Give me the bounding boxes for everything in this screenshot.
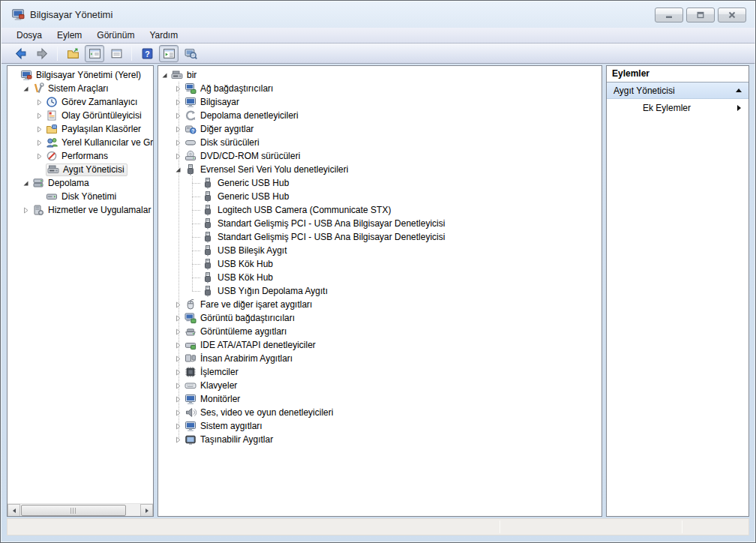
- tree-item-display-adapters[interactable]: Görüntü bağdaştırıcıları: [158, 311, 602, 325]
- back-button[interactable]: [10, 45, 30, 62]
- expander-collapsed-icon[interactable]: [175, 396, 182, 403]
- expander-collapsed-icon[interactable]: [175, 126, 182, 133]
- tree-item-ide-controllers[interactable]: IDE ATA/ATAPI denetleyiciler: [158, 338, 602, 352]
- tree-item-sound-controllers[interactable]: Ses, video ve oyun denetleyicileri: [158, 406, 602, 419]
- tree-item-system-tools[interactable]: Sistem Araçları: [8, 82, 153, 95]
- forward-button[interactable]: [32, 45, 52, 62]
- export-list-button[interactable]: [63, 45, 82, 62]
- expander-collapsed-icon[interactable]: [175, 369, 182, 376]
- tree-item-storage[interactable]: Depolama: [8, 176, 153, 190]
- expander-collapsed-icon[interactable]: [175, 328, 182, 335]
- tree-item-label: Taşınabilir Aygıtlar: [200, 434, 273, 445]
- tree-item-label: Disk sürücüleri: [200, 137, 260, 148]
- tree-item-label: USB Yığın Depolama Aygıtı: [218, 286, 328, 296]
- expander-collapsed-icon[interactable]: [175, 153, 182, 160]
- tree-item-hid-devices[interactable]: İnsan Arabirim Aygıtları: [158, 352, 602, 365]
- properties-button[interactable]: [106, 45, 126, 62]
- expander-collapsed-icon[interactable]: [36, 126, 43, 133]
- tree-item-network-adapters[interactable]: Ağ bağdaştırıcıları: [158, 82, 602, 95]
- tree-item-usb-device[interactable]: USB Kök Hub: [158, 257, 602, 271]
- expander-collapsed-icon[interactable]: [175, 86, 182, 92]
- tree-item-services-applications[interactable]: Hizmetler ve Uygulamalar: [8, 203, 153, 217]
- tree-item-system-devices[interactable]: Sistem aygıtları: [158, 419, 602, 433]
- tree-item-computer-root[interactable]: bir: [158, 68, 602, 82]
- tree-item-computer-management[interactable]: Bilgisayar Yönetimi (Yerel): [8, 68, 153, 82]
- tree-item-performance[interactable]: Performans: [8, 149, 153, 163]
- expander-collapsed-icon[interactable]: [175, 356, 182, 362]
- tree-item-storage-controllers[interactable]: Depolama denetleyicileri: [158, 109, 602, 122]
- action-item-more-actions[interactable]: Ek Eylemler: [607, 99, 748, 116]
- tree-item-local-users-groups[interactable]: Yerel Kullanıcılar ve Gru: [8, 136, 153, 149]
- expander-collapsed-icon[interactable]: [175, 302, 182, 308]
- scroll-left-arrow[interactable]: [8, 504, 20, 517]
- tree-item-label: Görüntü bağdaştırıcıları: [200, 313, 295, 323]
- action-pane-toggle-button[interactable]: [159, 45, 178, 62]
- tree-item-computer[interactable]: Bilgisayar: [158, 95, 602, 109]
- expander-collapsed-icon[interactable]: [175, 423, 182, 430]
- expander-collapsed-icon[interactable]: [175, 140, 182, 146]
- tree-item-usb-device[interactable]: Generic USB Hub: [158, 176, 602, 190]
- expander-collapsed-icon[interactable]: [22, 207, 29, 214]
- tree-item-shared-folders[interactable]: Paylaşılan Klasörler: [8, 122, 153, 136]
- expander-expanded-icon[interactable]: [22, 180, 29, 187]
- menu-gorunum[interactable]: Görünüm: [89, 28, 142, 42]
- restore-button[interactable]: [686, 8, 715, 22]
- tree-item-keyboards[interactable]: Klavyeler: [158, 379, 602, 392]
- scan-hardware-changes-button[interactable]: [181, 45, 200, 62]
- console-tree-toggle-button[interactable]: [85, 45, 104, 62]
- tree-item-disk-management[interactable]: Disk Yönetimi: [8, 190, 153, 203]
- close-button[interactable]: [718, 8, 746, 22]
- tree-item-imaging-devices[interactable]: Görüntüleme aygıtları: [158, 325, 602, 338]
- expander-expanded-icon[interactable]: [22, 86, 29, 92]
- expander-collapsed-icon[interactable]: [36, 112, 43, 119]
- tree-item-monitors[interactable]: Monitörler: [158, 392, 602, 406]
- expander-collapsed-icon[interactable]: [175, 436, 182, 443]
- menu-eylem[interactable]: Eylem: [50, 28, 89, 42]
- help-button[interactable]: [137, 45, 157, 62]
- scrollbar-thumb[interactable]: [21, 505, 126, 516]
- usb-device-icon: [202, 285, 214, 297]
- menu-yardim[interactable]: Yardım: [142, 28, 185, 42]
- display-adapters-icon: [184, 312, 196, 324]
- menu-dosya[interactable]: Dosya: [9, 28, 50, 42]
- tree-item-usb-device[interactable]: USB Yığın Depolama Aygıtı: [158, 284, 602, 298]
- tree-item-usb-device[interactable]: Logitech USB Camera (Communicate STX): [158, 203, 602, 217]
- expander-expanded-icon[interactable]: [161, 72, 168, 79]
- imaging-devices-icon: [184, 326, 196, 338]
- expander-collapsed-icon[interactable]: [175, 410, 182, 416]
- horizontal-scrollbar[interactable]: [8, 503, 153, 516]
- usb-device-icon: [202, 218, 214, 230]
- tree-item-task-scheduler[interactable]: Görev Zamanlayıcı: [8, 95, 153, 109]
- computer-icon: [184, 96, 196, 108]
- tree-item-disk-drives[interactable]: Disk sürücüleri: [158, 136, 602, 149]
- tree-item-usb-device[interactable]: USB Bileşik Aygıt: [158, 244, 602, 257]
- tree-item-dvd-cdrom-drives[interactable]: DVD/CD-ROM sürücüleri: [158, 149, 602, 163]
- tree-item-usb-device[interactable]: Generic USB Hub: [158, 190, 602, 203]
- actions-section-device-manager[interactable]: Aygıt Yöneticisi: [607, 82, 748, 99]
- tree-item-device-manager[interactable]: Aygıt Yöneticisi: [8, 163, 153, 176]
- tree-item-usb-device[interactable]: USB Kök Hub: [158, 271, 602, 284]
- tree-item-portable-devices[interactable]: Taşınabilir Aygıtlar: [158, 433, 602, 446]
- scroll-right-arrow[interactable]: [140, 504, 153, 517]
- tree-item-event-viewer[interactable]: Olay Görüntüleyicisi: [8, 109, 153, 122]
- device-tree-panel: bir Ağ bağdaştırıcıları Bilgisayar Depol…: [158, 65, 602, 517]
- expander-collapsed-icon[interactable]: [36, 153, 43, 160]
- computer-management-window: Bilgisayar Yönetimi Dosya Eylem Görünüm …: [0, 0, 756, 543]
- minimize-button[interactable]: [655, 8, 683, 22]
- tree-item-processors[interactable]: İşlemciler: [158, 365, 602, 379]
- expander-collapsed-icon[interactable]: [175, 342, 182, 349]
- tree-item-usb-controllers[interactable]: Evrensel Seri Veri Yolu denetleyicileri: [158, 163, 602, 176]
- expander-collapsed-icon[interactable]: [175, 315, 182, 322]
- tree-item-other-devices[interactable]: Diğer aygıtlar: [158, 122, 602, 136]
- tree-item-usb-device[interactable]: Standart Gelişmiş PCI - USB Ana Bilgisay…: [158, 230, 602, 244]
- expander-collapsed-icon[interactable]: [175, 112, 182, 119]
- titlebar[interactable]: Bilgisayar Yönetimi: [1, 1, 755, 28]
- collapse-section-icon[interactable]: [736, 88, 742, 92]
- expander-expanded-icon[interactable]: [175, 166, 182, 173]
- expander-collapsed-icon[interactable]: [36, 99, 43, 106]
- expander-collapsed-icon[interactable]: [36, 140, 43, 146]
- expander-collapsed-icon[interactable]: [175, 99, 182, 106]
- expander-collapsed-icon[interactable]: [175, 382, 182, 389]
- tree-item-mice[interactable]: Fare ve diğer işaret aygıtları: [158, 298, 602, 311]
- tree-item-usb-device[interactable]: Standart Gelişmiş PCI - USB Ana Bilgisay…: [158, 217, 602, 230]
